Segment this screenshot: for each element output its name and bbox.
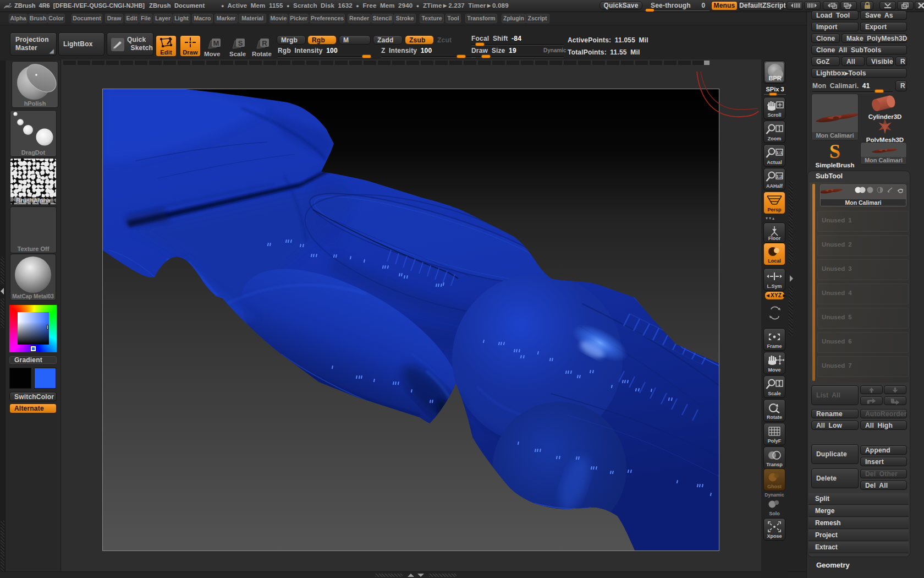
svg-text:1:2: 1:2: [776, 174, 783, 179]
svg-text:R: R: [262, 39, 267, 47]
svg-text:BPR: BPR: [768, 75, 781, 81]
svg-text:1:1: 1:1: [776, 150, 783, 155]
svg-text:M: M: [213, 39, 219, 47]
svg-text:S: S: [238, 39, 243, 47]
svg-text:S: S: [829, 142, 840, 161]
